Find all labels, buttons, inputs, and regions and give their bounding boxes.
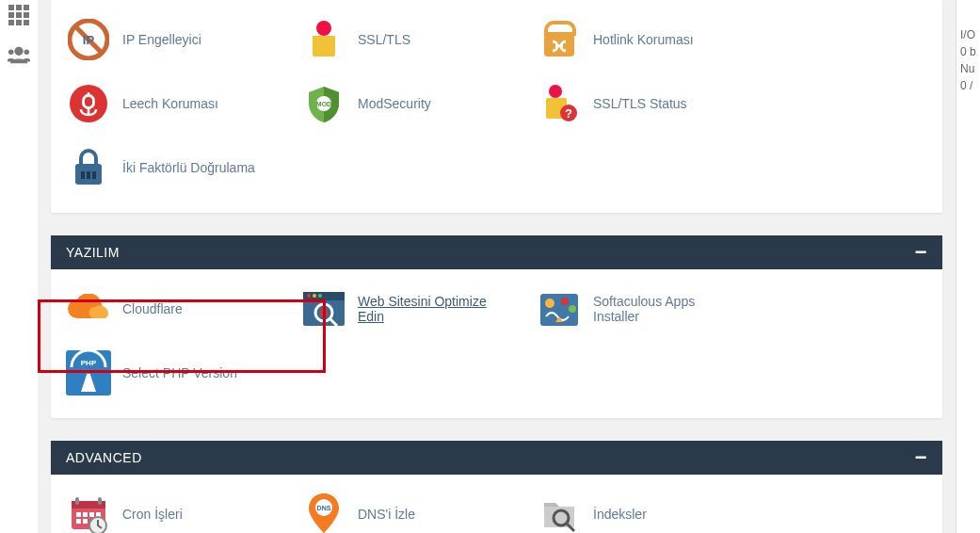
cloudflare-icon: [66, 286, 111, 331]
stat-label: Nu: [960, 62, 980, 75]
svg-rect-53: [83, 512, 88, 517]
stat-value: 0 b: [960, 45, 980, 58]
svg-rect-30: [81, 171, 85, 179]
tile-label: Leech Koruması: [122, 96, 218, 111]
tile-label: DNS'i İzle: [358, 507, 415, 522]
hotlink-icon: [537, 17, 582, 62]
modsecurity-icon: MOD: [301, 81, 346, 126]
tile-label: SSL/TLS Status: [593, 96, 687, 111]
software-panel: YAZILIM − Cloudflare Web Sitesini Optimi…: [51, 235, 942, 418]
svg-text:MOD: MOD: [316, 101, 331, 107]
tile-cloudflare[interactable]: Cloudflare: [51, 277, 286, 341]
tile-label: Cron İşleri: [122, 507, 183, 522]
svg-text:?: ?: [565, 106, 572, 121]
leech-icon: [66, 81, 111, 126]
advanced-panel-title: ADVANCED: [66, 450, 142, 465]
left-sidebar: [0, 0, 38, 533]
ssl-status-icon: ?: [537, 81, 582, 126]
tile-label: İki Faktörlü Doğrulama: [122, 160, 255, 175]
tile-label: SSL/TLS: [358, 32, 410, 47]
sidebar-apps-icon[interactable]: [8, 4, 30, 26]
svg-point-15: [316, 21, 331, 36]
tile-label: Cloudflare: [122, 301, 183, 316]
svg-rect-7: [16, 20, 22, 25]
tile-ip-blocker[interactable]: IP IP Engelleyici: [51, 8, 286, 72]
svg-point-37: [318, 294, 322, 298]
svg-text:DNS: DNS: [317, 505, 331, 511]
security-panel: IP IP Engelleyici SSL/TLS Hotlink Koruma…: [51, 0, 942, 213]
tile-label: Hotlink Koruması: [593, 32, 694, 47]
collapse-icon: −: [915, 451, 927, 464]
tile-label: İndeksler: [593, 507, 647, 522]
tile-softaculous[interactable]: Softaculous Apps Installer: [522, 277, 757, 341]
tile-ssl-tls-status[interactable]: ? SSL/TLS Status: [522, 72, 757, 136]
software-panel-title: YAZILIM: [66, 245, 120, 260]
svg-rect-8: [24, 20, 29, 25]
twofa-icon: [66, 145, 111, 190]
svg-rect-22: [85, 97, 92, 106]
svg-rect-5: [24, 12, 29, 18]
svg-rect-51: [98, 497, 102, 505]
software-panel-header[interactable]: YAZILIM −: [51, 235, 942, 269]
svg-text:IP: IP: [83, 33, 95, 47]
svg-point-9: [14, 47, 23, 56]
svg-rect-31: [87, 171, 90, 179]
svg-point-25: [549, 85, 562, 98]
tile-two-factor-auth[interactable]: İki Faktörlü Doğrulama: [51, 136, 286, 200]
optimize-icon: [301, 286, 346, 331]
svg-rect-50: [75, 497, 79, 505]
svg-rect-4: [16, 12, 22, 18]
advanced-panel: ADVANCED − Cron İşleri DNS DNS'i İzle: [51, 441, 942, 533]
advanced-panel-header[interactable]: ADVANCED −: [51, 441, 942, 475]
svg-rect-57: [83, 519, 88, 524]
svg-rect-52: [76, 512, 81, 517]
svg-rect-0: [8, 5, 14, 10]
svg-rect-1: [16, 5, 22, 10]
php-icon: PHP: [66, 350, 111, 396]
stat-label: I/O: [960, 28, 980, 41]
softaculous-icon: [537, 286, 582, 331]
tile-leech-protection[interactable]: Leech Koruması: [51, 72, 286, 136]
dns-icon: DNS: [301, 492, 346, 533]
tile-indexes[interactable]: İndeksler: [522, 482, 757, 533]
svg-point-36: [313, 294, 316, 298]
collapse-icon: −: [915, 246, 927, 259]
tile-label: ModSecurity: [358, 96, 431, 111]
svg-rect-54: [89, 512, 94, 517]
tile-cron-jobs[interactable]: Cron İşleri: [51, 482, 286, 533]
tile-label: IP Engelleyici: [122, 32, 201, 47]
svg-point-42: [545, 299, 554, 308]
tile-track-dns[interactable]: DNS DNS'i İzle: [286, 482, 522, 533]
svg-point-39: [320, 309, 328, 316]
sidebar-users-icon[interactable]: [8, 43, 30, 66]
tile-label: Softaculous Apps Installer: [593, 294, 742, 324]
svg-rect-32: [92, 171, 96, 179]
main-content: IP IP Engelleyici SSL/TLS Hotlink Koruma…: [38, 0, 956, 533]
svg-text:PHP: PHP: [81, 359, 97, 367]
svg-rect-6: [8, 20, 14, 25]
tile-label: Select PHP Version: [122, 365, 237, 380]
tile-label: Web Sitesini Optimize Edin: [358, 294, 506, 324]
svg-point-47: [86, 368, 91, 374]
stat-value: 0 /: [960, 79, 980, 92]
svg-point-43: [561, 298, 569, 305]
svg-marker-17: [313, 36, 335, 57]
indexes-icon: [537, 492, 582, 533]
svg-rect-2: [24, 5, 29, 10]
ssl-icon: [301, 17, 346, 62]
tile-ssl-tls[interactable]: SSL/TLS: [286, 8, 522, 72]
cron-icon: [66, 492, 111, 533]
svg-rect-3: [8, 12, 14, 18]
svg-point-10: [8, 49, 14, 55]
svg-rect-56: [76, 519, 81, 524]
tile-optimize-website[interactable]: Web Sitesini Optimize Edin: [286, 277, 522, 341]
ip-block-icon: IP: [66, 17, 111, 62]
svg-point-11: [24, 49, 30, 55]
tile-modsecurity[interactable]: MOD ModSecurity: [286, 72, 522, 136]
right-stats-strip: I/O 0 b Nu 0 /: [956, 0, 980, 533]
svg-point-35: [307, 294, 311, 298]
tile-select-php-version[interactable]: PHP Select PHP Version: [51, 341, 286, 405]
svg-point-44: [569, 305, 576, 313]
tile-hotlink-protection[interactable]: Hotlink Koruması: [522, 8, 757, 72]
